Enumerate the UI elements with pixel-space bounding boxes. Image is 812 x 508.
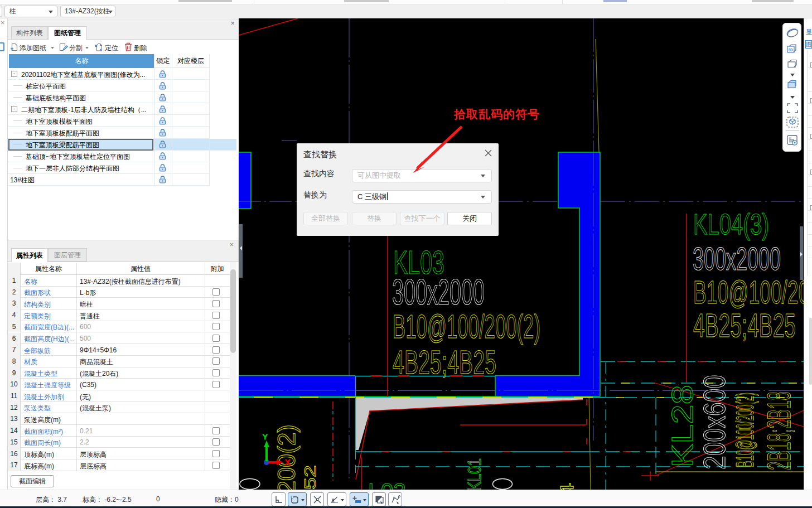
svg-text:B10@100/200(2): B10@100/200(2) [731,393,758,467]
svg-text:L03: L03 [368,478,406,490]
svg-text:拾取乱码的符号: 拾取乱码的符号 [453,108,540,120]
svg-text:3D: 3D [789,48,794,52]
svg-text:B10@100/200(2): B10@100/200(2) [393,308,540,345]
svg-text:Y: Y [263,433,268,441]
svg-text:KL28: KL28 [665,385,699,467]
svg-text:/200(2): /200(2) [273,424,300,490]
svg-text:52: 52 [301,465,319,490]
svg-text:4: 4 [556,483,577,490]
svg-text:X: X [285,458,291,467]
svg-text:KL01: KL01 [463,458,485,490]
svg-text:200x600: 200x600 [697,375,732,470]
svg-text:300x2000: 300x2000 [693,240,781,277]
svg-text:300x2000: 300x2000 [392,272,485,312]
svg-text:B10@100/200(: B10@100/200( [693,274,804,310]
svg-text:2B18;2B18: 2B18;2B18 [760,391,798,470]
svg-text:KL04(3): KL04(3) [693,208,769,240]
svg-text:4B25;4B25: 4B25;4B25 [693,307,796,344]
svg-text:4B25;4B25: 4B25;4B25 [393,343,496,381]
